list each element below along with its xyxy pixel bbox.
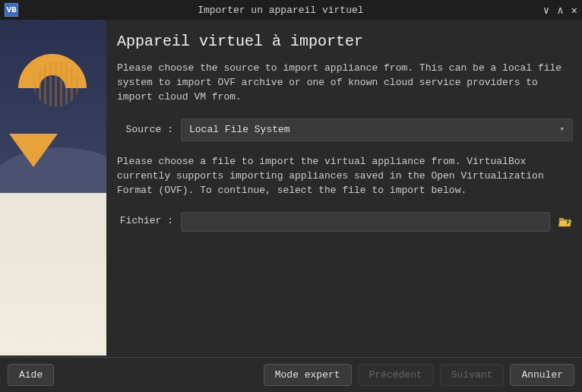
help-button[interactable]: Aide (8, 364, 54, 386)
window-controls: ∨ ∧ ✕ (543, 4, 577, 17)
body: Appareil virtuel à importer Please choos… (0, 20, 582, 356)
source-select[interactable]: Local File System ▾ (181, 119, 573, 142)
source-row: Source : Local File System ▾ (117, 119, 573, 142)
file-desc-text: Please choose a file to import the virtu… (117, 155, 573, 198)
wizard-sidebar-graphic (0, 20, 106, 356)
source-label: Source : (117, 123, 173, 138)
back-button: Précédent (358, 364, 434, 386)
chevron-down-icon: ▾ (559, 124, 565, 136)
close-icon[interactable]: ✕ (571, 4, 577, 17)
titlebar: VB Importer un appareil virtuel ∨ ∧ ✕ (0, 0, 582, 20)
main-panel: Appareil virtuel à importer Please choos… (106, 20, 582, 356)
file-input[interactable] (181, 212, 550, 232)
browse-button[interactable] (558, 214, 573, 229)
minimize-icon[interactable]: ∨ (543, 4, 549, 17)
folder-open-icon (558, 216, 572, 228)
next-button: Suivant (440, 364, 505, 386)
intro-text: Please choose the source to import appli… (117, 62, 573, 105)
file-row: Fichier : (117, 212, 573, 232)
file-label: Fichier : (117, 214, 173, 229)
page-heading: Appareil virtuel à importer (117, 30, 573, 52)
app-icon: VB (5, 3, 18, 17)
maximize-icon[interactable]: ∧ (557, 4, 563, 17)
expert-mode-button[interactable]: Mode expert (264, 364, 352, 386)
source-select-value: Local File System (189, 123, 290, 138)
footer: Aide Mode expert Précédent Suivant Annul… (0, 357, 582, 392)
window-title: Importer un appareil virtuel (23, 5, 539, 16)
cancel-button[interactable]: Annuler (510, 364, 574, 386)
